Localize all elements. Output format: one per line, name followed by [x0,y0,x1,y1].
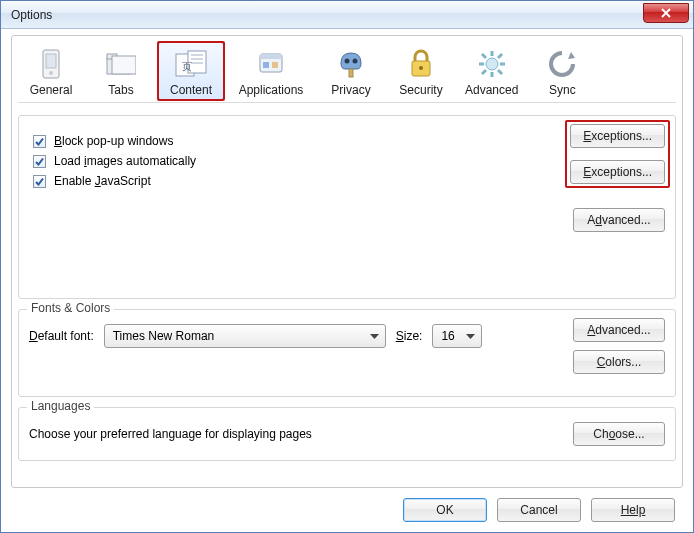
font-size-select[interactable]: 16 [432,324,482,348]
fonts-colors-legend: Fonts & Colors [27,301,114,315]
general-icon [34,47,68,81]
tab-label: Privacy [331,83,370,97]
tab-advanced[interactable]: Advanced [458,42,525,100]
chevron-down-icon [458,329,475,343]
tab-label: Applications [239,83,304,97]
category-toolbar: General Tabs 页 [18,40,676,103]
exceptions-buttons-highlight: Exceptions... Exceptions... [570,124,665,184]
languages-legend: Languages [27,399,94,413]
tab-label: Content [170,83,212,97]
svg-point-14 [353,59,358,64]
tab-tabs[interactable]: Tabs [88,42,154,100]
tab-sync[interactable]: Sync [529,42,595,100]
tab-label: Advanced [465,83,518,97]
close-button[interactable] [643,3,689,23]
load-images-checkbox[interactable] [33,155,46,168]
font-size-value: 16 [441,329,454,343]
tab-applications[interactable]: Applications [228,42,314,100]
advanced-icon [475,47,509,81]
enable-js-label[interactable]: Enable JavaScript [54,174,151,188]
svg-rect-11 [263,62,269,68]
tabs-icon [104,47,138,81]
options-window: Options General Tabs [0,0,694,533]
check-icon [34,176,45,187]
dialog-body: General Tabs 页 [1,29,693,532]
content-options-group: Block pop-up windows Load images automat… [18,115,676,299]
outer-panel: General Tabs 页 [11,35,683,488]
fonts-colors-group: Fonts & Colors Default font: Times New R… [18,309,676,397]
choose-language-button[interactable]: Choose... [573,422,665,446]
tab-security[interactable]: Security [388,42,454,100]
dialog-buttons: OK Cancel Help [11,488,683,522]
sync-icon [545,47,579,81]
content-icon: 页 [174,47,208,81]
fonts-right-buttons: Advanced... Colors... [573,318,665,374]
languages-desc: Choose your preferred language for displ… [29,427,312,441]
privacy-icon [334,47,368,81]
window-title: Options [11,8,52,22]
default-font-label: Default font: [29,329,94,343]
svg-rect-10 [260,54,282,59]
check-icon [34,136,45,147]
close-icon [661,8,671,18]
svg-point-18 [486,58,498,70]
tab-label: General [30,83,73,97]
svg-rect-1 [46,54,56,68]
tab-label: Sync [549,83,576,97]
enable-js-checkbox[interactable] [33,175,46,188]
default-font-select[interactable]: Times New Roman [104,324,386,348]
block-popups-label[interactable]: Block pop-up windows [54,134,173,148]
cancel-button[interactable]: Cancel [497,498,581,522]
chevron-down-icon [362,329,379,343]
security-icon [404,47,438,81]
tab-content[interactable]: 页 Content [158,42,224,100]
help-button[interactable]: Help [591,498,675,522]
languages-group: Languages Choose your preferred language… [18,407,676,461]
ok-button[interactable]: OK [403,498,487,522]
font-size-label: Size: [396,329,423,343]
default-font-value: Times New Roman [113,329,215,343]
tab-general[interactable]: General [18,42,84,100]
default-font-row: Default font: Times New Roman Size: 16 [29,324,665,348]
svg-point-13 [345,59,350,64]
titlebar[interactable]: Options [1,1,693,29]
svg-point-17 [419,66,423,70]
js-advanced-button[interactable]: Advanced... [573,208,665,232]
svg-point-2 [49,71,53,75]
svg-rect-15 [349,69,353,77]
fonts-advanced-button[interactable]: Advanced... [573,318,665,342]
svg-rect-12 [272,62,278,68]
image-exceptions-button[interactable]: Exceptions... [570,160,665,184]
colors-button[interactable]: Colors... [573,350,665,374]
check-icon [34,156,45,167]
applications-icon [254,47,288,81]
tab-label: Security [399,83,442,97]
block-popups-checkbox[interactable] [33,135,46,148]
svg-text:页: 页 [182,61,192,72]
svg-rect-5 [112,56,136,74]
tab-privacy[interactable]: Privacy [318,42,384,100]
load-images-label[interactable]: Load images automatically [54,154,196,168]
tab-label: Tabs [108,83,133,97]
popup-exceptions-button[interactable]: Exceptions... [570,124,665,148]
